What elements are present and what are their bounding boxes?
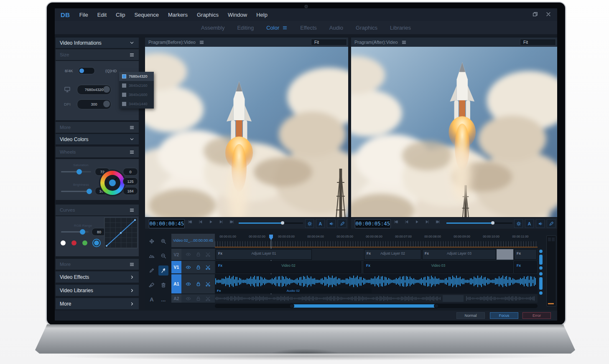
settings-button[interactable]	[514, 219, 523, 228]
skip-start-button[interactable]	[188, 220, 192, 224]
tab-graphics[interactable]: Graphics	[356, 25, 377, 31]
restore-window-icon[interactable]	[532, 11, 538, 17]
curve-graph[interactable]	[104, 217, 138, 248]
resolution-stepper-button[interactable]	[103, 86, 110, 93]
move-tool[interactable]	[147, 236, 157, 246]
resolution-option-3440x1440[interactable]: 3440x1440	[119, 99, 154, 109]
sidebar-item-video-effects[interactable]: Video Effects	[56, 271, 139, 283]
close-window-icon[interactable]	[545, 11, 551, 17]
clip-adjust-layer-01[interactable]: Fx Adjust Layer 01	[216, 249, 312, 260]
rgb-range-slider[interactable]	[61, 231, 89, 233]
section-size[interactable]: Size	[56, 49, 139, 60]
section-menu-icon[interactable]	[129, 262, 135, 267]
curve-channel-red[interactable]	[71, 240, 76, 245]
clip-adjust-layer-02[interactable]: Fx Adjust Layer 02	[364, 249, 421, 260]
sidebar-item-video-libraries[interactable]: Video Libraries	[56, 285, 139, 296]
playback-scrubber[interactable]	[239, 222, 303, 224]
clip-selection-block[interactable]	[497, 249, 513, 260]
tab-assembly[interactable]: Assembly	[201, 25, 224, 31]
eye-icon[interactable]	[186, 252, 191, 257]
next-frame-button[interactable]	[219, 220, 224, 224]
dpi-stepper-button[interactable]	[103, 101, 110, 107]
tab-menu-icon[interactable]	[282, 25, 288, 30]
tab-libraries[interactable]: Libraries	[390, 25, 411, 31]
settings-button[interactable]	[305, 219, 314, 228]
track-id[interactable]: A1	[171, 274, 181, 293]
track-id[interactable]: V2	[171, 249, 181, 260]
scissors-icon[interactable]	[205, 296, 211, 301]
zoom-out-tool[interactable]	[158, 251, 168, 261]
more-tools[interactable]: ...	[158, 295, 168, 305]
audio-button[interactable]	[536, 219, 545, 228]
color-wheel-knob[interactable]	[109, 179, 116, 186]
gain-handle[interactable]	[539, 250, 543, 253]
lock-icon[interactable]	[196, 296, 201, 301]
menu-graphics[interactable]: Graphics	[197, 12, 219, 18]
saturation-slider-knob[interactable]	[76, 169, 82, 174]
section-menu-icon[interactable]	[129, 125, 135, 130]
clip-video-02[interactable]: Fx Video 02	[216, 261, 361, 273]
menu-clip[interactable]: Clip	[116, 12, 125, 18]
track-id[interactable]: V1	[171, 261, 181, 273]
resolution-toggle[interactable]	[78, 67, 95, 74]
section-menu-icon[interactable]	[129, 149, 135, 155]
color-wheel[interactable]	[100, 171, 125, 195]
timeline-horizontal-scrollbar[interactable]	[215, 304, 538, 308]
timeline-ruler[interactable]: 00:00:01:00 00:00:02:00 00:00:03:00 00:0…	[213, 235, 536, 241]
chevron-down-icon[interactable]	[129, 136, 135, 142]
scrollbar-right-handle[interactable]	[434, 303, 439, 308]
section-menu-icon[interactable]	[129, 207, 135, 213]
pencil-tool[interactable]	[147, 265, 157, 276]
play-button[interactable]	[209, 220, 213, 224]
tab-effects[interactable]: Effects	[300, 25, 317, 31]
resolution-option-3840x1600[interactable]: 3840x1600	[119, 90, 154, 99]
scissors-icon[interactable]	[205, 281, 211, 287]
mask-tool[interactable]	[147, 251, 157, 261]
eye-icon[interactable]	[186, 265, 191, 270]
next-frame-button[interactable]	[425, 220, 430, 224]
rgb-range-slider-knob[interactable]	[80, 229, 85, 235]
playback-scrubber[interactable]	[446, 222, 512, 224]
menu-file[interactable]: File	[79, 12, 88, 18]
lock-icon[interactable]	[196, 265, 201, 270]
track-id[interactable]: A2	[171, 294, 181, 303]
gain-slider[interactable]	[539, 255, 543, 265]
prev-frame-button[interactable]	[404, 220, 409, 224]
menu-edit[interactable]: Edit	[97, 12, 107, 18]
viewer-menu-icon[interactable]	[401, 40, 407, 45]
brightness-slider-knob[interactable]	[87, 189, 92, 194]
clip-stub[interactable]: Fx	[514, 261, 537, 273]
skip-end-button[interactable]	[436, 220, 440, 224]
status-normal-button[interactable]: Normal	[456, 312, 485, 319]
section-menu-icon[interactable]	[129, 52, 135, 58]
brush-tool[interactable]	[147, 280, 157, 290]
gain-handle[interactable]	[539, 266, 543, 270]
skip-start-button[interactable]	[394, 220, 398, 224]
scrollbar-left-handle[interactable]	[289, 303, 294, 308]
menu-window[interactable]: Window	[228, 12, 247, 18]
saturation-slider[interactable]	[61, 171, 91, 172]
audio-clip-block[interactable]	[443, 295, 464, 302]
resolution-option-3840x2160[interactable]: 3840x2160	[119, 81, 154, 90]
section-more-top[interactable]: More	[56, 122, 139, 133]
gain-handle[interactable]	[539, 291, 543, 295]
chevron-down-icon[interactable]	[129, 40, 135, 46]
lock-icon[interactable]	[196, 252, 201, 257]
clip-video-03[interactable]: Fx Video 03	[364, 261, 513, 273]
pin-tool[interactable]	[158, 265, 168, 276]
scissors-icon[interactable]	[205, 252, 211, 257]
audio-waveform[interactable]	[215, 274, 538, 288]
gain-slider[interactable]	[539, 277, 543, 290]
prev-frame-button[interactable]	[198, 220, 203, 224]
resolution-select[interactable]: 7680x4320	[77, 85, 111, 95]
menu-sequence[interactable]: Sequence	[134, 12, 159, 18]
curve-channel-blue[interactable]	[94, 240, 99, 245]
audio-button[interactable]	[327, 219, 336, 228]
curve-channel-green[interactable]	[82, 240, 87, 245]
tab-audio[interactable]: Audio	[329, 25, 343, 31]
section-wheels[interactable]: Wheels	[56, 147, 139, 157]
scrubber-knob[interactable]	[491, 221, 494, 225]
zoom-in-tool[interactable]	[158, 236, 168, 246]
audio-waveform-muted[interactable]	[215, 294, 538, 303]
clip-adjust-layer-03[interactable]: Fx Adjust Layer 03	[422, 249, 496, 260]
